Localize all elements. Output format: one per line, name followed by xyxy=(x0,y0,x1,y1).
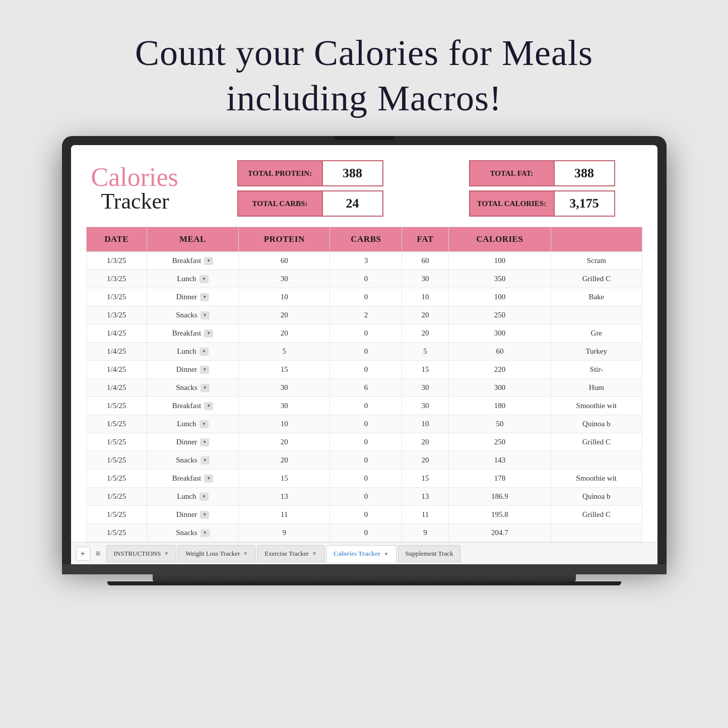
meal-dropdown-button[interactable]: ▼ xyxy=(204,402,213,410)
cell-fat: 10 xyxy=(402,415,449,433)
meal-dropdown-button[interactable]: ▼ xyxy=(200,348,209,356)
cell-meal: Breakfast▼ xyxy=(147,470,238,488)
tab-item-instructions[interactable]: INSTRUCTIONS▼ xyxy=(106,545,177,562)
meal-name: Dinner xyxy=(176,293,197,301)
cell-date: 1/5/25 xyxy=(86,433,147,451)
cell-date: 1/3/25 xyxy=(86,252,147,270)
cell-fat: 5 xyxy=(402,343,449,361)
meal-dropdown-button[interactable]: ▼ xyxy=(200,293,209,301)
tab-item-exercise-tracker[interactable]: Exercise Tracker▼ xyxy=(257,545,324,562)
col-calories: CALORIES xyxy=(448,227,551,252)
cell-protein: 5 xyxy=(239,343,330,361)
cell-meal: Breakfast▼ xyxy=(147,397,238,415)
tab-add-button[interactable]: + xyxy=(76,547,90,561)
meal-dropdown-button[interactable]: ▼ xyxy=(201,311,210,319)
laptop-screen: Calories Tracker TOTAL PROTEIN: 388 TOTA… xyxy=(71,145,657,564)
table-row: 1/5/25Breakfast▼15015178Smoothie wit xyxy=(86,470,642,488)
cell-food: Grilled C xyxy=(551,270,642,288)
cell-protein: 20 xyxy=(239,433,330,451)
tab-item-supplement-track[interactable]: Supplement Track xyxy=(398,545,461,562)
cell-date: 1/5/25 xyxy=(86,524,147,542)
cell-protein: 15 xyxy=(239,361,330,379)
cell-meal: Lunch▼ xyxy=(147,415,238,433)
tab-dropdown-arrow: ▼ xyxy=(312,551,317,556)
cell-calories: 250 xyxy=(448,306,551,324)
laptop-outer: Calories Tracker TOTAL PROTEIN: 388 TOTA… xyxy=(62,136,667,564)
total-fat-value: 388 xyxy=(555,160,615,186)
cell-carbs: 0 xyxy=(330,451,402,470)
total-carbs-label: TOTAL CARBS: xyxy=(237,190,323,217)
meal-dropdown-button[interactable]: ▼ xyxy=(204,329,213,338)
total-fat-label: TOTAL FAT: xyxy=(469,160,555,186)
cell-food xyxy=(551,524,642,542)
cell-carbs: 2 xyxy=(330,306,402,324)
table-row: 1/4/25Dinner▼15015220Stir- xyxy=(86,361,642,379)
cell-fat: 15 xyxy=(402,470,449,488)
tab-menu-button[interactable]: ≡ xyxy=(91,547,105,561)
meal-dropdown-button[interactable]: ▼ xyxy=(200,493,209,501)
meal-dropdown-button[interactable]: ▼ xyxy=(201,529,210,537)
cell-carbs: 0 xyxy=(330,506,402,524)
tab-list: INSTRUCTIONS▼Weight Loss Tracker▼Exercis… xyxy=(106,545,461,562)
cell-food xyxy=(551,451,642,470)
meal-dropdown-button[interactable]: ▼ xyxy=(200,420,209,428)
headline-text: Count your Calories for Meals including … xyxy=(135,30,593,121)
cell-fat: 20 xyxy=(402,451,449,470)
meal-dropdown-button[interactable]: ▼ xyxy=(200,511,209,519)
cell-date: 1/5/25 xyxy=(86,488,147,506)
cell-food: Hum xyxy=(551,379,642,397)
tab-item-calories-tracker[interactable]: Calories Tracker▼ xyxy=(326,545,396,562)
cell-fat: 30 xyxy=(402,270,449,288)
meal-dropdown-button[interactable]: ▼ xyxy=(200,275,209,283)
cell-meal: Breakfast▼ xyxy=(147,324,238,343)
cell-food: Scram xyxy=(551,252,642,270)
cell-protein: 10 xyxy=(239,288,330,306)
cell-protein: 20 xyxy=(239,324,330,343)
cell-calories: 180 xyxy=(448,397,551,415)
cell-calories: 178 xyxy=(448,470,551,488)
cell-meal: Dinner▼ xyxy=(147,361,238,379)
stats-right: TOTAL FAT: 388 TOTAL CALORIES: 3,175 xyxy=(469,160,642,217)
cell-carbs: 6 xyxy=(330,379,402,397)
table-row: 1/4/25Lunch▼50560Turkey xyxy=(86,343,642,361)
cell-protein: 11 xyxy=(239,506,330,524)
total-carbs-value: 24 xyxy=(323,190,383,217)
cell-food: Quinoa b xyxy=(551,415,642,433)
cell-fat: 60 xyxy=(402,252,449,270)
sheet-header: Calories Tracker TOTAL PROTEIN: 388 TOTA… xyxy=(86,160,642,217)
col-protein: PROTEIN xyxy=(239,227,330,252)
table-row: 1/5/25Lunch▼1001050Quinoa b xyxy=(86,415,642,433)
cell-date: 1/4/25 xyxy=(86,379,147,397)
meal-dropdown-button[interactable]: ▼ xyxy=(204,257,213,265)
meal-name: Snacks xyxy=(176,456,197,465)
cell-food: Bake xyxy=(551,288,642,306)
logo-area: Calories Tracker xyxy=(86,164,217,213)
cell-date: 1/5/25 xyxy=(86,397,147,415)
cell-date: 1/5/25 xyxy=(86,470,147,488)
meal-dropdown-button[interactable]: ▼ xyxy=(200,366,209,374)
cell-fat: 20 xyxy=(402,433,449,451)
cell-meal: Dinner▼ xyxy=(147,288,238,306)
col-food xyxy=(551,227,642,252)
tab-item-weight-loss-tracker[interactable]: Weight Loss Tracker▼ xyxy=(178,545,255,562)
cell-food: Gre xyxy=(551,324,642,343)
cell-meal: Lunch▼ xyxy=(147,343,238,361)
cell-date: 1/5/25 xyxy=(86,415,147,433)
sheet-content: Calories Tracker TOTAL PROTEIN: 388 TOTA… xyxy=(71,145,657,542)
meal-dropdown-button[interactable]: ▼ xyxy=(204,475,213,483)
cell-calories: 100 xyxy=(448,252,551,270)
meal-name: Dinner xyxy=(176,438,197,446)
meal-name: Breakfast xyxy=(172,402,201,410)
meal-name: Lunch xyxy=(177,347,196,356)
tab-bar: + ≡ INSTRUCTIONS▼Weight Loss Tracker▼Exe… xyxy=(71,542,657,564)
stat-row-protein: TOTAL PROTEIN: 388 xyxy=(237,160,419,186)
table-row: 1/5/25Dinner▼20020250Grilled C xyxy=(86,433,642,451)
meal-dropdown-button[interactable]: ▼ xyxy=(201,456,210,465)
cell-meal: Snacks▼ xyxy=(147,379,238,397)
meal-dropdown-button[interactable]: ▼ xyxy=(200,438,209,446)
cell-calories: 60 xyxy=(448,343,551,361)
cell-protein: 30 xyxy=(239,270,330,288)
cell-carbs: 3 xyxy=(330,252,402,270)
meal-dropdown-button[interactable]: ▼ xyxy=(201,384,210,392)
tab-label: Exercise Tracker xyxy=(264,550,309,558)
